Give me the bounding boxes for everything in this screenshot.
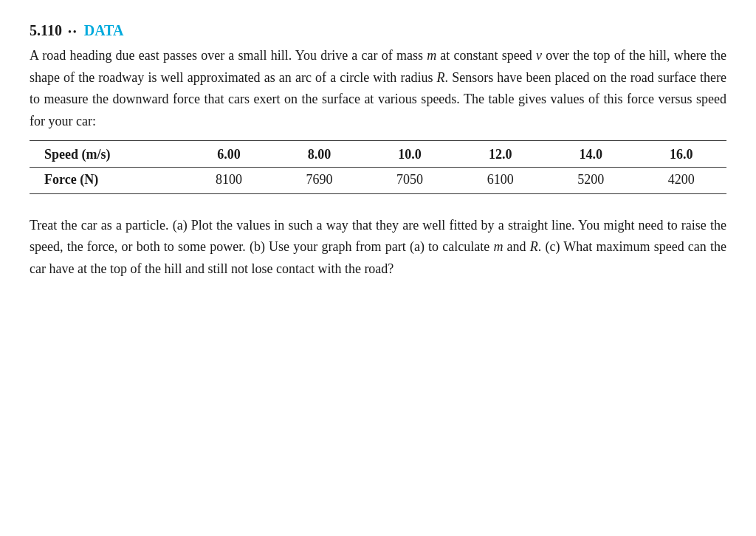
col-800-header: 8.00 [274, 140, 365, 167]
problem-header: 5.110 •• DATA A road heading due east pa… [30, 22, 726, 133]
col-140-header: 14.0 [546, 140, 636, 167]
table-header-row: Speed (m/s) 6.00 8.00 10.0 12.0 14.0 16.… [30, 140, 726, 167]
data-badge: DATA [84, 22, 124, 39]
data-table-section: Speed (m/s) 6.00 8.00 10.0 12.0 14.0 16.… [30, 140, 726, 194]
force-6100: 6100 [455, 167, 546, 193]
col-speed-header: Speed (m/s) [30, 140, 184, 167]
speed-force-table: Speed (m/s) 6.00 8.00 10.0 12.0 14.0 16.… [30, 140, 726, 194]
force-7050: 7050 [365, 167, 456, 193]
problem-container: 5.110 •• DATA A road heading due east pa… [30, 22, 726, 281]
force-4200: 4200 [636, 167, 726, 193]
col-120-header: 12.0 [455, 140, 546, 167]
force-7690: 7690 [274, 167, 365, 193]
intro-text-inline: A road heading due east passes over a sm… [30, 45, 726, 133]
force-5200: 5200 [546, 167, 636, 193]
problem-number: 5.110 [30, 22, 62, 39]
force-label: Force (N) [30, 167, 184, 193]
follow-up-text: Treat the car as a particle. (a) Plot th… [30, 215, 726, 281]
col-160-header: 16.0 [636, 140, 726, 167]
col-600-header: 6.00 [184, 140, 275, 167]
col-100-header: 10.0 [365, 140, 456, 167]
table-force-row: Force (N) 8100 7690 7050 6100 5200 4200 [30, 167, 726, 193]
force-8100: 8100 [184, 167, 275, 193]
difficulty-bullets: •• [68, 27, 78, 38]
